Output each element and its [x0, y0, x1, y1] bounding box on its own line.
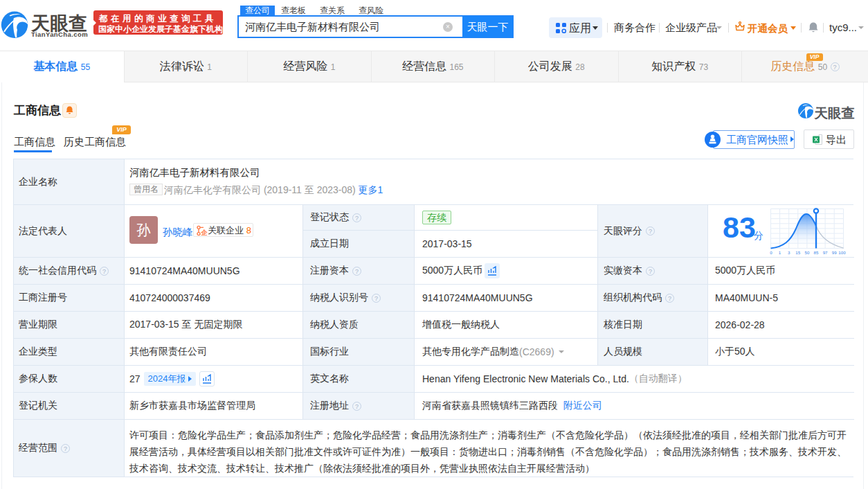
svg-text:15: 15: [795, 250, 800, 255]
svg-text:85: 85: [814, 250, 819, 255]
svg-text:0: 0: [770, 250, 772, 255]
svg-text:50: 50: [804, 250, 809, 255]
svg-text:1: 1: [779, 250, 781, 255]
svg-text:3: 3: [788, 250, 790, 255]
svg-text:企: 企: [200, 229, 208, 236]
svg-text:97: 97: [823, 250, 828, 255]
svg-text:100: 100: [838, 250, 846, 255]
svg-text:99: 99: [832, 250, 837, 255]
